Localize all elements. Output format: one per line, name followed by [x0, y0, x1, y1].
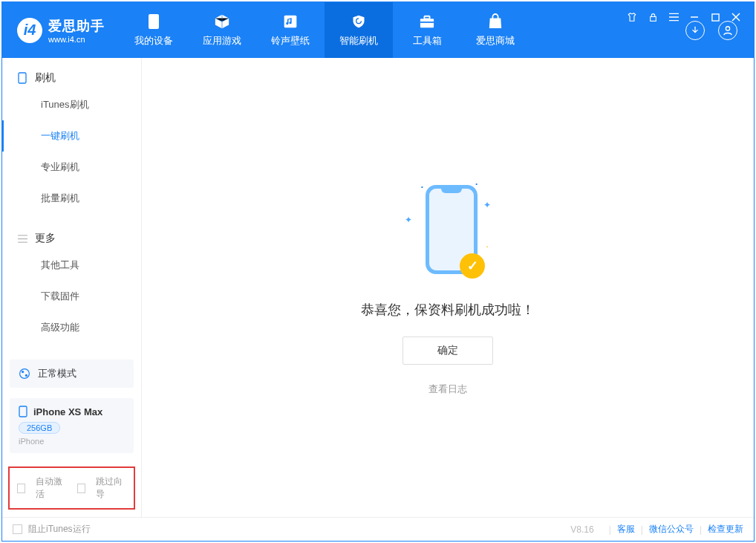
header-right: [685, 21, 754, 40]
wechat-link[interactable]: 微信公众号: [649, 523, 694, 536]
svg-rect-2: [149, 14, 159, 29]
sidebar: 刷机 iTunes刷机 一键刷机 专业刷机 批量刷机 更多 其他工具 下载固件 …: [2, 58, 142, 517]
sidebar-item-download-firmware[interactable]: 下载固件: [2, 281, 141, 312]
tab-label: 工具箱: [413, 34, 442, 48]
section-title: 刷机: [35, 71, 56, 85]
window-controls: [616, 4, 752, 22]
mode-icon: [19, 368, 30, 380]
checkbox-skip-guide[interactable]: [77, 484, 85, 493]
main-content: ✦ ✦ • • • ✓ 恭喜您，保资料刷机成功啦！ 确定 查看日志: [142, 58, 754, 517]
nav-tabs: 我的设备 应用游戏 铃声壁纸 智能刷机 工具箱 爱思商城: [120, 2, 529, 58]
auto-activate-label: 自动激活: [36, 475, 66, 501]
svg-point-11: [25, 374, 27, 377]
sidebar-item-oneclick-flash[interactable]: 一键刷机: [2, 120, 141, 152]
sidebar-item-other-tools[interactable]: 其他工具: [2, 250, 141, 281]
logo[interactable]: i4 爱思助手 www.i4.cn: [2, 17, 120, 44]
tab-toolbox[interactable]: 工具箱: [393, 2, 461, 58]
toolbox-icon: [419, 13, 435, 30]
app-title: 爱思助手: [48, 17, 105, 35]
footer: 阻止iTunes运行 V8.16 | 客服 | 微信公众号 | 检查更新: [2, 517, 754, 541]
support-link[interactable]: 客服: [617, 523, 635, 536]
maximize-button[interactable]: [710, 12, 720, 22]
tab-apps-games[interactable]: 应用游戏: [188, 2, 256, 58]
tab-my-device[interactable]: 我的设备: [120, 2, 188, 58]
svg-point-10: [22, 371, 24, 373]
flash-options-highlighted: 自动激活 跳过向导: [8, 466, 135, 510]
checkbox-auto-activate[interactable]: [17, 484, 25, 493]
cube-icon: [214, 13, 230, 30]
capacity-badge: 256GB: [19, 422, 60, 434]
svg-rect-6: [420, 22, 434, 23]
svg-rect-12: [19, 406, 27, 417]
device-box[interactable]: iPhone XS Max 256GB iPhone: [10, 398, 134, 453]
svg-rect-5: [424, 16, 429, 19]
tab-label: 铃声壁纸: [271, 34, 310, 48]
skip-guide-label: 跳过向导: [96, 475, 126, 501]
tab-ringtones[interactable]: 铃声壁纸: [256, 2, 325, 58]
check-badge-icon: ✓: [460, 253, 485, 279]
lock-icon[interactable]: [648, 12, 658, 22]
user-icon[interactable]: [718, 21, 737, 40]
menu-icon[interactable]: [668, 12, 679, 22]
tab-label: 智能刷机: [339, 34, 378, 48]
success-title: 恭喜您，保资料刷机成功啦！: [361, 301, 535, 319]
sidebar-item-itunes-flash[interactable]: iTunes刷机: [2, 89, 141, 120]
check-update-link[interactable]: 检查更新: [708, 523, 743, 536]
tab-label: 我的设备: [134, 34, 173, 48]
ok-button[interactable]: 确定: [403, 336, 493, 365]
sidebar-item-advanced[interactable]: 高级功能: [2, 312, 141, 343]
device-icon: [146, 13, 162, 30]
svg-rect-0: [650, 16, 656, 21]
success-illustration: ✦ ✦ • • • ✓: [403, 179, 492, 283]
tab-flash[interactable]: 智能刷机: [325, 2, 393, 58]
close-button[interactable]: [731, 12, 741, 22]
music-icon: [282, 13, 299, 30]
sidebar-item-batch-flash[interactable]: 批量刷机: [2, 183, 141, 214]
tab-label: 应用游戏: [203, 34, 241, 48]
section-title: 更多: [35, 232, 56, 245]
list-icon: [17, 233, 27, 244]
sidebar-section-more: 更多: [2, 232, 141, 245]
svg-point-7: [726, 26, 729, 30]
stop-itunes-label: 阻止iTunes运行: [28, 523, 91, 536]
device-phone-icon: [19, 406, 27, 417]
bag-icon: [487, 13, 504, 30]
version-label: V8.16: [570, 524, 593, 535]
tab-label: 爱思商城: [476, 34, 515, 48]
sidebar-item-pro-flash[interactable]: 专业刷机: [2, 152, 141, 183]
sidebar-section-flash: 刷机: [2, 71, 141, 85]
tab-store[interactable]: 爱思商城: [461, 2, 529, 58]
app-subtitle: www.i4.cn: [48, 35, 105, 44]
checkbox-stop-itunes[interactable]: [13, 524, 22, 534]
svg-rect-1: [711, 13, 718, 20]
phone-icon: [17, 73, 27, 83]
mode-box[interactable]: 正常模式: [10, 360, 134, 388]
svg-rect-4: [420, 19, 434, 27]
download-icon[interactable]: [685, 21, 705, 40]
mode-label: 正常模式: [38, 367, 76, 380]
svg-rect-8: [19, 73, 26, 83]
minimize-button[interactable]: [689, 12, 700, 22]
logo-icon: i4: [17, 18, 42, 43]
tshirt-icon[interactable]: [627, 12, 637, 22]
device-type: iPhone: [19, 437, 125, 446]
svg-point-9: [20, 369, 30, 379]
view-log-link[interactable]: 查看日志: [428, 383, 467, 396]
device-name: iPhone XS Max: [33, 406, 102, 417]
shield-icon: [351, 13, 367, 30]
